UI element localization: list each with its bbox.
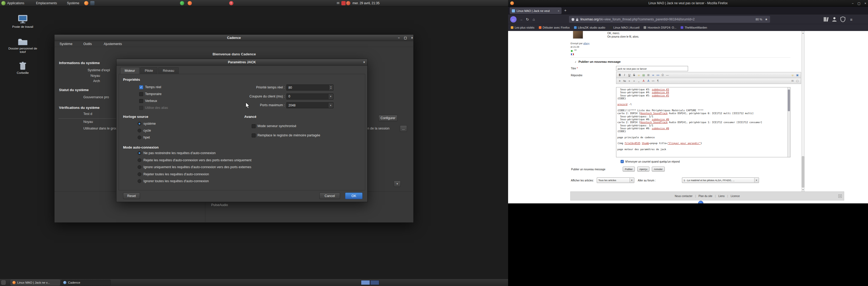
indent-icon[interactable]: » <box>632 79 636 83</box>
spinner-arrows-icon[interactable]: ▲▼ <box>329 85 333 90</box>
new-tab-icon[interactable]: + <box>564 8 566 12</box>
quote-icon[interactable]: „ <box>637 79 641 83</box>
bookmark-les-plus-visites[interactable]: Les plus visités <box>511 26 534 29</box>
cadence-menu-outils[interactable]: Outils <box>83 41 92 47</box>
apercu-button[interactable]: Aperçu <box>637 167 649 172</box>
jack-checkbox-temporaire[interactable] <box>139 92 143 96</box>
forward-icon[interactable]: → <box>518 17 524 22</box>
background-color-icon[interactable]: A <box>646 79 650 83</box>
workspace-2[interactable] <box>370 280 379 285</box>
scrollbar-thumb[interactable] <box>788 89 790 111</box>
editor-textarea[interactable]: Sous-périphérique #3: subdevice #3 Sous-… <box>616 87 790 157</box>
publier-button[interactable]: Publier <box>623 167 635 172</box>
extensions-shield-icon[interactable] <box>840 17 846 22</box>
special-char-icon[interactable]: Ω <box>660 73 665 77</box>
alert-tray-icon[interactable]: ! <box>229 1 234 5</box>
mail-tray-icon[interactable]: ✉ <box>337 0 340 6</box>
menu-emplacements[interactable]: Emplacements <box>36 0 57 6</box>
workspace-1[interactable] <box>361 280 370 285</box>
panel-clock[interactable]: mer. 29 avril, 21:35 <box>352 0 379 6</box>
cadence-tray-icon[interactable] <box>188 1 192 5</box>
dropdown-arrow-icon[interactable]: ▾ <box>328 94 333 99</box>
tab-pilote[interactable]: Pilote <box>140 67 157 74</box>
bookmark-librazik-studio-audio[interactable]: LibraZiK studio audio <box>574 26 605 29</box>
page-scrollbar[interactable]: ▲ ▼ <box>801 31 805 192</box>
italic-icon[interactable]: I <box>622 73 627 77</box>
smiley-picker-icon[interactable]: ☺ <box>790 73 795 77</box>
autoconnect-radio-rejeter-toutes-les-requetes-d-auto-connexion[interactable] <box>137 172 141 176</box>
textarea-scrollbar[interactable] <box>787 87 790 157</box>
emoticon-icon[interactable]: ☺ <box>637 73 641 77</box>
scroll-down-icon[interactable]: ▼ <box>802 188 805 191</box>
paragraph-icon[interactable]: ¶ <box>656 79 660 83</box>
desktop-icon-trash[interactable]: Corbeille <box>7 61 39 75</box>
back-icon[interactable]: ← <box>510 16 517 23</box>
bold-icon[interactable]: B <box>618 73 622 77</box>
table-icon[interactable]: ⊞ <box>646 73 650 77</box>
tab-close-icon[interactable]: × <box>558 9 559 12</box>
clock-source-radio-systeme[interactable] <box>137 122 141 125</box>
tab-moteur[interactable]: Moteur <box>120 67 140 74</box>
cancel-button[interactable]: Cancel <box>319 193 340 199</box>
mail-icon[interactable]: ✉ <box>790 79 795 83</box>
bullet-list-icon[interactable]: ≡ <box>618 79 622 83</box>
notify-checkbox[interactable]: ✓ <box>621 160 624 163</box>
title-input[interactable]: jack ne veut pas ce lancer <box>616 66 688 71</box>
scroll-top-fab[interactable] <box>698 201 704 203</box>
bookmark-linux-mao-accueil[interactable]: Linux MAO | Accueil <box>610 26 639 29</box>
footer-link-liens[interactable]: Liens <box>718 195 724 198</box>
jack-checkbox-verbeux[interactable] <box>139 99 143 103</box>
footer-link-plan-du-site[interactable]: Plan du site <box>699 195 712 198</box>
cadence-titlebar[interactable]: Cadence − ▢ × <box>55 35 413 41</box>
strikethrough-icon[interactable]: S <box>632 73 636 77</box>
minimize-icon[interactable]: − <box>396 35 401 40</box>
network-tray-icon[interactable] <box>180 1 184 5</box>
clock-source-radio-hpet[interactable] <box>137 136 141 139</box>
jack-checkbox-mode-serveur-synchronise[interactable] <box>252 124 256 128</box>
dropdown-arrow-icon[interactable]: ▾ <box>394 180 401 187</box>
annuler-button[interactable]: Annuler <box>652 167 665 172</box>
bookmark-hoontech-dsp24-o[interactable]: Hoontech DSP24: O... <box>644 26 676 29</box>
footer-link-licence[interactable]: Licence <box>731 195 740 198</box>
image-icon[interactable]: ▤ <box>642 73 646 77</box>
tracking-shield-icon[interactable] <box>571 18 575 21</box>
menu-applications[interactable]: Applications <box>7 0 24 6</box>
bookmark-star-icon[interactable]: ★ <box>765 18 768 21</box>
autoconnect-radio-rejete-les-requetes-d-auto-connexion-vers-des-ports-externes-uniquement[interactable] <box>137 159 141 162</box>
tab-linuxmao[interactable]: Linux MAO | Jack ne veut × <box>510 7 562 14</box>
taskbar-window-firefox[interactable]: Linux MAO | Jack ne v... <box>10 280 60 285</box>
footer-expand-icon[interactable]: » <box>838 194 842 198</box>
lock-icon[interactable] <box>576 18 579 21</box>
cadence-menu-ajustements[interactable]: Ajustements <box>104 41 122 47</box>
show-articles-select[interactable]: Tous les articles ▼ <box>597 177 634 183</box>
close-icon[interactable]: × <box>362 60 367 65</box>
footer-link-nous-contacter[interactable]: Nous contacter <box>675 195 692 198</box>
close-icon[interactable]: × <box>409 35 415 40</box>
maximize-icon[interactable]: ▢ <box>856 1 862 6</box>
terminal-launcher-icon[interactable] <box>90 1 94 5</box>
jack-field-coupure-du-client-ms[interactable]: 0▾ <box>286 93 334 99</box>
configure-button[interactable]: Configurer <box>378 115 398 121</box>
tab-reseau[interactable]: Réseau <box>158 67 179 74</box>
notification-tray-icon[interactable] <box>341 1 346 5</box>
jack-field-priorite-temps-reel[interactable]: 80▲▼ <box>286 84 334 91</box>
numbered-list-icon[interactable]: № <box>622 79 627 83</box>
taskbar-window-cadence[interactable]: Cadence <box>61 280 111 285</box>
browse-button[interactable]: ... <box>400 125 407 132</box>
jack-checkbox-remplace-le-registre-de-memoire-partagee[interactable] <box>252 134 256 138</box>
clock-source-radio-cycle[interactable] <box>137 129 141 133</box>
firefox-launcher-icon[interactable] <box>84 1 88 5</box>
outdent-icon[interactable]: « <box>627 79 631 83</box>
jack-checkbox-temps-reel[interactable]: ✓ <box>139 85 143 89</box>
status-tray-icon[interactable] <box>346 1 350 5</box>
link-icon[interactable]: ∞ <box>651 73 655 77</box>
desktop-icon-computer[interactable]: Poste de travail <box>7 15 39 29</box>
firefox-titlebar[interactable]: Linux MAO | Jack ne veut pas ce lancer -… <box>508 0 868 7</box>
reset-button[interactable]: Reset <box>123 193 140 199</box>
goto-forum-select[interactable]: 1 - Le matériel et les pilotes ALSA, FFA… <box>682 177 759 183</box>
author-link[interactable]: allany <box>583 42 590 45</box>
url-bar[interactable]: linuxmao.org /tiki-view_forum_thread.php… <box>569 16 770 23</box>
desktop-icon-home-folder[interactable]: Dossier personnel de totof <box>7 37 39 54</box>
underline-icon[interactable]: U <box>627 73 631 77</box>
horizontal-rule-icon[interactable]: — <box>665 73 670 77</box>
